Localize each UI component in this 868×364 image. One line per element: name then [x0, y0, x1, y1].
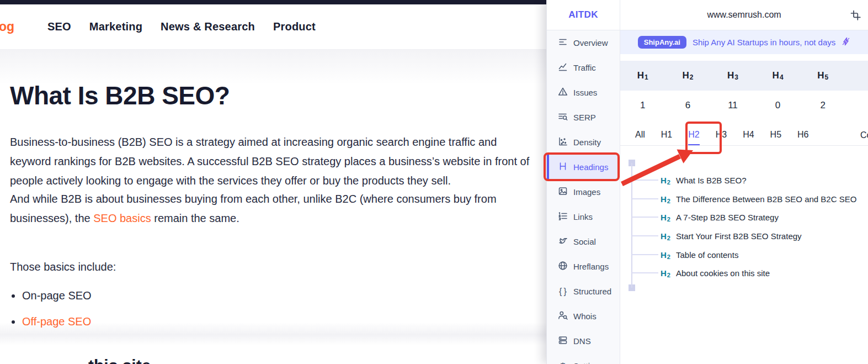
scatter-plot-icon: [558, 136, 568, 148]
heading-text: Table of contents: [676, 250, 738, 260]
extension-sidebar: AITDK Overview Traffic Issues SERP Densi…: [547, 0, 620, 364]
article-paragraph-1: Business-to-business (B2B) SEO is a stra…: [10, 133, 532, 191]
sidebar-item-serp[interactable]: SERP: [547, 105, 620, 130]
image-icon: [558, 186, 568, 198]
sidebar-item-label: Images: [573, 187, 600, 197]
tab-h6[interactable]: H6: [797, 125, 808, 145]
sidebar-item-images[interactable]: Images: [547, 180, 620, 204]
copy-button[interactable]: Copy: [860, 125, 868, 146]
server-icon: [558, 335, 568, 347]
stat-col-h4: H4: [755, 61, 801, 91]
globe-icon: [558, 261, 568, 272]
article-paragraph-2: And while B2B is about businesses buying…: [10, 189, 532, 228]
stat-count-h5: 2: [800, 91, 845, 120]
h2-level-badge: H2: [661, 194, 670, 204]
stat-count-h3: 11: [710, 91, 755, 120]
nav-link-marketing[interactable]: Marketing: [89, 20, 142, 33]
sidebar-item-label: DNS: [573, 336, 591, 346]
stat-col-h1: H1: [620, 61, 665, 91]
heading-list-item[interactable]: H2 Table of contents: [661, 249, 738, 261]
braces-icon: { }: [558, 287, 568, 297]
stat-count-h2: 6: [665, 91, 711, 120]
off-page-seo-link[interactable]: Off-page SEO: [22, 315, 91, 328]
ordered-list-icon: [558, 211, 568, 223]
paragraph-text: And while B2B is about businesses buying…: [10, 193, 497, 224]
shipany-badge: ShipAny.ai: [638, 36, 686, 49]
tab-h4[interactable]: H4: [743, 125, 754, 145]
sidebar-item-settings[interactable]: ⚙ Settings: [547, 354, 620, 364]
sidebar-item-whois[interactable]: Whois: [547, 304, 620, 329]
sidebar-item-hreflangs[interactable]: Hreflangs: [547, 254, 620, 279]
extension-main: www.semrush.com ShipAny.ai Ship Any AI S…: [620, 0, 868, 364]
stat-count-h1: 1: [620, 91, 665, 120]
section-gradient-top: [0, 50, 550, 84]
blog-logo-fragment[interactable]: og: [0, 19, 12, 34]
tab-all[interactable]: All: [635, 125, 645, 145]
heading-h-icon: [558, 161, 568, 173]
sidebar-item-label: Traffic: [573, 63, 596, 72]
heading-text: The Difference Between B2B SEO and B2C S…: [676, 194, 856, 204]
heading-list-item[interactable]: H2 Start Your First B2B SEO Strategy: [661, 230, 802, 242]
heading-text: About cookies on this site: [676, 268, 770, 278]
stat-col-h5: H5: [800, 61, 845, 91]
h2-level-badge: H2: [661, 213, 670, 222]
sidebar-item-label: Structured: [573, 287, 611, 296]
list-search-icon: [558, 112, 568, 123]
warning-triangle-icon: [558, 87, 568, 98]
clipped-bottom-heading: this site: [88, 356, 151, 364]
overview-icon: [558, 37, 568, 49]
seo-basics-link[interactable]: SEO basics: [93, 212, 151, 224]
sidebar-item-label: Issues: [573, 88, 597, 97]
h2-level-badge: H2: [661, 268, 670, 278]
extension-brand: AITDK: [547, 0, 620, 30]
nav-link-news-research[interactable]: News & Research: [161, 20, 255, 33]
tab-h1[interactable]: H1: [661, 125, 672, 145]
crop-icon[interactable]: [850, 10, 861, 23]
tab-h3[interactable]: H3: [716, 125, 727, 145]
sidebar-item-label: Hreflangs: [573, 262, 609, 271]
blog-page: og SEO Marketing News & Research Product…: [0, 0, 550, 364]
basics-list: On-page SEO Off-page SEO: [22, 289, 92, 341]
aitdk-extension-panel: AITDK Overview Traffic Issues SERP Densi…: [546, 0, 868, 364]
sidebar-item-overview[interactable]: Overview: [547, 30, 620, 55]
sidebar-item-density[interactable]: Density: [547, 130, 620, 155]
sidebar-item-links[interactable]: Links: [547, 204, 620, 229]
heading-list-item[interactable]: H2 What Is B2B SEO?: [661, 174, 747, 186]
sidebar-item-headings[interactable]: Headings: [547, 155, 620, 180]
nav-link-product[interactable]: Product: [273, 20, 316, 33]
sidebar-item-structured[interactable]: { } Structured: [547, 279, 620, 304]
heading-list-item[interactable]: H2 A 7-Step B2B SEO Strategy: [661, 211, 779, 223]
sidebar-item-issues[interactable]: Issues: [547, 80, 620, 105]
sidebar-item-label: Whois: [573, 312, 597, 321]
sidebar-item-dns[interactable]: DNS: [547, 329, 620, 354]
sidebar-item-label: Social: [573, 237, 596, 246]
gear-icon: ⚙: [558, 361, 568, 364]
sidebar-item-label: SERP: [573, 113, 596, 122]
heading-filter-tabs: All H1 H2 H3 H4 H5 H6: [620, 125, 868, 146]
headings-stats-values: 1 6 11 0 2: [620, 91, 868, 120]
page-top-strip: [0, 0, 550, 4]
h2-level-badge: H2: [661, 250, 670, 260]
heading-list-item[interactable]: H2 About cookies on this site: [661, 267, 770, 279]
user-search-icon: [558, 310, 568, 322]
sidebar-item-traffic[interactable]: Traffic: [547, 55, 620, 80]
tab-h5[interactable]: H5: [770, 125, 781, 145]
twitter-bird-icon: [558, 236, 568, 247]
nav-link-seo[interactable]: SEO: [47, 20, 71, 33]
blog-nav-links: SEO Marketing News & Research Product: [47, 20, 316, 33]
shipany-promo-banner[interactable]: ShipAny.ai Ship Any AI Startups in hours…: [620, 30, 868, 54]
line-chart-icon: [558, 62, 568, 73]
lightning-icon: [842, 37, 850, 48]
shipany-banner-text: Ship Any AI Startups in hours, not days: [693, 38, 835, 47]
heading-text: Start Your First B2B SEO Strategy: [676, 231, 802, 241]
sidebar-item-label: Density: [573, 138, 601, 147]
heading-text: What Is B2B SEO?: [676, 176, 747, 185]
headings-tree: H2 What Is B2B SEO? H2 The Difference Be…: [620, 160, 868, 295]
tab-h2[interactable]: H2: [688, 125, 699, 145]
sidebar-item-label: Links: [573, 212, 593, 221]
heading-list-item[interactable]: H2 The Difference Between B2B SEO and B2…: [661, 193, 856, 205]
blog-navbar: og SEO Marketing News & Research Product: [0, 4, 550, 50]
sidebar-item-social[interactable]: Social: [547, 229, 620, 254]
stat-count-h4: 0: [755, 91, 801, 120]
h2-level-badge: H2: [661, 176, 670, 185]
